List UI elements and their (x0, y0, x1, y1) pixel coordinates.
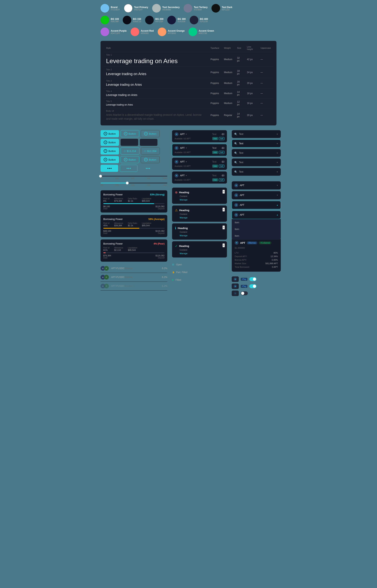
half-button-2[interactable]: half (219, 151, 224, 154)
alert-manage-success[interactable]: Manage (175, 252, 224, 255)
apt-label-4: APT (240, 213, 275, 216)
apt-dropdown-menu: Item Item Item (232, 219, 281, 239)
success-icon: ✓ (175, 244, 177, 248)
button-row-2: + Button (101, 139, 167, 146)
slider-1: 0% 25% 50% 75% 100% (101, 176, 167, 179)
info-icon: ℹ (175, 226, 176, 230)
half-button-4[interactable]: half (219, 178, 224, 181)
token-selector-4[interactable]: APT ▼ (180, 174, 187, 177)
apt-token-icon-1: ≋ (175, 132, 178, 136)
apt-dropdown-2[interactable]: ≋ APT ▼ (232, 191, 281, 199)
apt-icon-4: ≋ (234, 213, 238, 217)
token-selector-1[interactable]: APT ▼ (180, 133, 187, 136)
max-button-3[interactable]: max (212, 164, 218, 168)
button-outline-1[interactable]: + Button (120, 130, 139, 137)
max-button-2[interactable]: max (212, 151, 218, 154)
dropdown-item-3[interactable]: Item (232, 233, 281, 239)
apt-dropdown-4[interactable]: ≋ APT ▲ (232, 211, 281, 219)
button-ghost-4[interactable]: + Button (141, 156, 160, 163)
button-primary-1[interactable]: + Button (101, 130, 119, 137)
button-loading-primary[interactable] (101, 165, 118, 172)
table-row: Title 3 Leverage trading on Aries Poppin… (104, 78, 273, 88)
search-icon: 🔍 (234, 133, 237, 136)
search-inputs-section: 🔍 Text ▼ 🔍 Text ▼ 🔍 Text ▼ 🔍 Text (232, 130, 281, 176)
color-name-accent-green: Accent Green (199, 29, 214, 32)
alert-close-info[interactable]: × (223, 225, 225, 229)
input-text-2: Text (239, 142, 275, 145)
chevron-down-icon: ▼ (276, 162, 278, 163)
dot (149, 168, 150, 169)
token-amount-4: Text -$0 (189, 174, 224, 177)
slider-track-2 (101, 183, 167, 183)
dropdown-item-1[interactable]: Item (232, 219, 281, 226)
token-input-2: ≋ APT ▼ Text -$0 Available: 0.0 APT (172, 144, 227, 156)
available-text-3: Available: 0.0 APT (175, 165, 191, 167)
button-primary-4[interactable]: + Button (101, 156, 119, 163)
dot (130, 168, 131, 169)
color-name-brand: Brand (111, 6, 120, 9)
apt-dropdown-4-container: ≋ APT ▲ Item Item Item (232, 211, 281, 219)
alert-close-success[interactable]: × (223, 243, 225, 247)
table-row: Title 4 Leverage trading on Aries Poppin… (104, 88, 273, 99)
button-primary-3[interactable]: + Button (101, 148, 119, 154)
button-disabled-2 (140, 139, 157, 146)
market-table: A F APT-FUSDC Econia 6.2% A F APT-FUSDC … (101, 264, 167, 290)
chevron-down-icon: ▼ (185, 147, 187, 149)
token-selector-2[interactable]: APT ▼ (180, 147, 187, 150)
chevron-down-icon: ▼ (276, 194, 278, 196)
half-button-1[interactable]: half (219, 137, 224, 140)
color-hex-text-primary: #FEFEFF (134, 9, 148, 11)
button-loading-outline[interactable] (120, 165, 137, 172)
color-text-tertiary: Text Tertiary #737B94 (184, 4, 208, 13)
alert-content-error: Content (175, 195, 224, 197)
color-text-primary: Text Primary #FEFEFF (124, 4, 148, 13)
chevron-down-icon: ▼ (276, 133, 278, 135)
error-icon: ⊗ (175, 190, 177, 194)
toggle-3[interactable] (241, 291, 248, 295)
order-status-filled: Filled (176, 279, 181, 281)
slider-fill-2 (101, 183, 127, 183)
button-primary-2[interactable]: + Button (101, 139, 119, 146)
color-bg100: BG 100 #08C90F (101, 16, 119, 24)
button-value-2[interactable]: ⬡ $12,354 (141, 148, 160, 154)
alert-manage-warning[interactable]: Manage (175, 216, 224, 219)
alert-manage-info[interactable]: Manage (175, 234, 224, 237)
plus-icon: + (144, 158, 148, 162)
color-swatch-accent-red (130, 27, 139, 36)
color-name-text-tertiary: Text Tertiary (194, 6, 208, 9)
alert-close-warning[interactable]: × (223, 208, 225, 212)
input-text-1: Text (239, 133, 275, 136)
partial-order-icon: ◑ (172, 271, 174, 274)
alert-close-error[interactable]: × (223, 190, 225, 194)
button-outline-4[interactable]: + Button (120, 156, 139, 163)
chevron-up-icon: ▲ (276, 214, 278, 216)
borrow-card-strong: Borrowing Power 83% (Strong) Risk lvl 6%… (101, 190, 167, 213)
apt-info-market-size: Market Size: 581,898 APT (235, 262, 278, 265)
apt-price: $1.000000 (235, 247, 278, 249)
token-amount-2: Text -$0 (189, 147, 224, 150)
slider-2: 0% 25% 50% 75% 100% (101, 183, 167, 186)
toggle-2[interactable] (249, 284, 257, 288)
button-loading-ghost[interactable] (139, 165, 157, 172)
apt-dropdown-1[interactable]: ≋ APT ▼ (232, 181, 281, 189)
apt-dropdown-3[interactable]: ≋ APT ▲ (232, 201, 281, 209)
button-value-1[interactable]: ⬡ $13,214 (120, 148, 139, 154)
filled-order-icon: ● (172, 278, 174, 281)
right-column: 🔍 Text ▼ 🔍 Text ▼ 🔍 Text ▼ 🔍 Text (232, 130, 281, 296)
search-icon: 🔍 (234, 151, 237, 154)
slider-thumb-1[interactable] (99, 175, 102, 177)
token-selector-3[interactable]: APT ▼ (180, 160, 187, 163)
list-item: A F APT-FUSDC Econia 6.2% (101, 282, 167, 290)
dropdown-item-2[interactable]: Item (232, 226, 281, 233)
alert-manage-error[interactable]: Manage (175, 199, 224, 201)
slider-thumb-2[interactable] (126, 182, 129, 184)
toggle-row-2: ≋ #Tag (232, 284, 281, 289)
button-ghost-1[interactable]: + Button (141, 130, 160, 137)
half-button-3[interactable]: half (219, 164, 224, 168)
toggle-1[interactable] (249, 277, 257, 281)
list-item: ◑ Part. Filled (172, 269, 227, 275)
max-button-1[interactable]: max (212, 137, 218, 140)
max-button-4[interactable]: max (212, 178, 218, 181)
chevron-down-icon: ▼ (185, 133, 187, 135)
chevron-down-icon: ▼ (276, 152, 278, 154)
